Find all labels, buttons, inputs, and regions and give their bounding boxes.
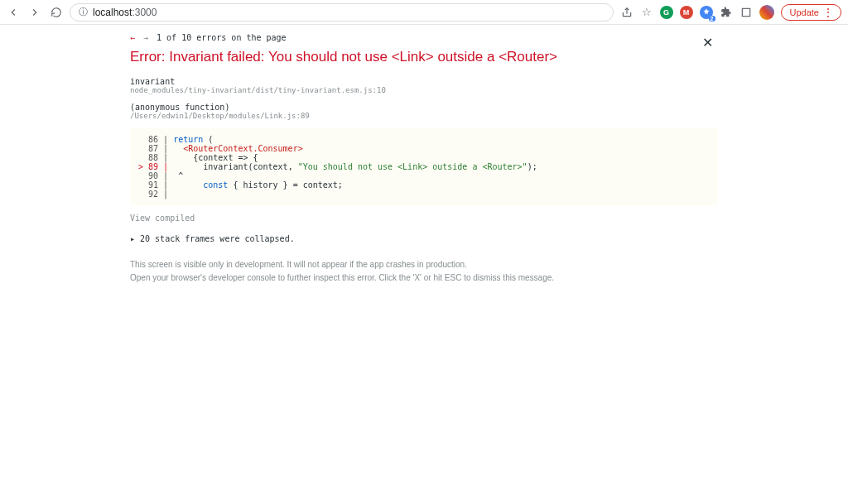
stack-frame-path[interactable]: /Users/edwin1/Desktop/modules/Link.js:89 <box>130 112 718 120</box>
address-bar[interactable]: ⓘ localhost:3000 <box>70 3 614 22</box>
code-snippet: 86 | return ( 87 | <RouterContext.Consum… <box>130 128 718 205</box>
svg-rect-0 <box>742 8 749 16</box>
reload-icon[interactable] <box>50 6 63 19</box>
browser-toolbar: ⓘ localhost:3000 ☆ G M 2 Update ⋮ <box>0 0 848 25</box>
back-icon[interactable] <box>7 6 20 19</box>
stack-frame-path[interactable]: node_modules/tiny-invariant/dist/tiny-in… <box>130 86 718 94</box>
profile-avatar-icon[interactable] <box>759 5 774 20</box>
error-overlay: ✕ ← → 1 of 10 errors on the page Error: … <box>0 25 848 504</box>
bookmark-star-icon[interactable]: ☆ <box>640 6 653 19</box>
error-counter: 1 of 10 errors on the page <box>157 33 287 42</box>
prev-error-button[interactable]: ← <box>130 33 135 42</box>
error-title: Error: Invariant failed: You should not … <box>130 49 718 65</box>
share-icon[interactable] <box>620 6 634 19</box>
url-port: :3000 <box>132 7 157 18</box>
window-icon[interactable] <box>740 6 753 19</box>
update-button[interactable]: Update ⋮ <box>781 4 841 21</box>
close-button[interactable]: ✕ <box>697 33 718 52</box>
extension-grammarly-icon[interactable]: G <box>660 6 673 19</box>
more-dots-icon: ⋮ <box>822 7 834 18</box>
forward-icon[interactable] <box>28 6 41 19</box>
extension-joomla-icon[interactable]: 2 <box>700 6 713 19</box>
site-info-icon[interactable]: ⓘ <box>79 6 88 18</box>
footer-note: This screen is visible only in developme… <box>130 258 718 285</box>
update-label: Update <box>790 7 819 17</box>
collapsed-frames-toggle[interactable]: ▸ 20 stack frames were collapsed. <box>130 234 718 243</box>
url-host: localhost <box>93 7 132 18</box>
extensions-puzzle-icon[interactable] <box>720 6 733 19</box>
view-compiled-link[interactable]: View compiled <box>130 214 718 223</box>
stack-frame-label: (anonymous function) <box>130 103 718 112</box>
extension-m-icon[interactable]: M <box>680 6 693 19</box>
next-error-button[interactable]: → <box>143 33 148 42</box>
stack-frame-label: invariant <box>130 77 718 86</box>
close-icon: ✕ <box>702 36 713 50</box>
